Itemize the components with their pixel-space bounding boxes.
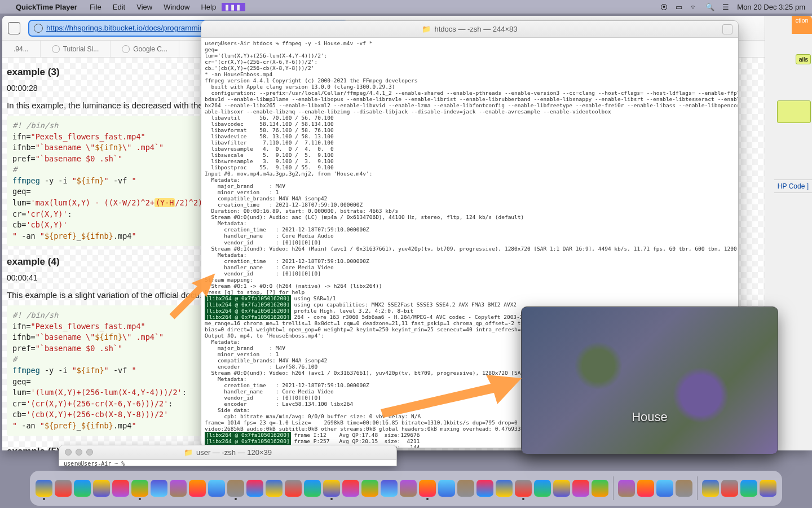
screenrec-icon[interactable]: ⦿: [660, 3, 668, 11]
control-center-icon[interactable]: ☰: [722, 3, 729, 11]
dock-firefox[interactable]: [112, 480, 129, 497]
dock-discord[interactable]: [592, 480, 608, 497]
site-globe-icon: [34, 24, 43, 33]
sidebar-corner-badge: ction: [792, 16, 812, 34]
spotlight-icon[interactable]: 🔍: [705, 3, 714, 11]
dock-mail[interactable]: [151, 480, 167, 497]
dock-system-prefs[interactable]: [400, 480, 417, 497]
dock-maps[interactable]: [170, 480, 187, 497]
dock-chrome[interactable]: [93, 480, 110, 497]
app-name[interactable]: QuickTime Player: [16, 3, 84, 11]
dock-filezilla[interactable]: [476, 480, 493, 497]
dock-notes[interactable]: [285, 480, 302, 497]
folder-icon: 📁: [422, 25, 431, 33]
dock-books[interactable]: [721, 480, 738, 497]
dock-terminal[interactable]: [419, 480, 436, 497]
terminal-window-small[interactable]: 📁 user — -zsh — 120×39 user@Users-Air ~ …: [59, 445, 397, 466]
terminal-big-titlebar[interactable]: 📁 htdocs — -zsh — 244×83: [201, 21, 738, 38]
dock-safari[interactable]: [74, 480, 91, 497]
favicon-icon: [122, 45, 130, 53]
dock-photos[interactable]: [189, 480, 206, 497]
minimize-icon[interactable]: [76, 449, 82, 456]
dock-slack[interactable]: [572, 480, 589, 497]
dock-numbers[interactable]: [534, 480, 551, 497]
menu-view[interactable]: View: [131, 3, 158, 11]
dock-podcasts[interactable]: [342, 480, 359, 497]
menu-help[interactable]: Help: [195, 3, 222, 11]
dock-pages[interactable]: [515, 480, 532, 497]
terminal-big-title: htdocs — -zsh — 244×83: [434, 25, 517, 33]
sidebar-chip2: [777, 100, 811, 123]
folder-icon: 📁: [184, 448, 193, 457]
dock-qtplayer[interactable]: [676, 480, 692, 497]
dock-safari-tech[interactable]: [381, 480, 398, 497]
dock-appstore[interactable]: [361, 480, 378, 497]
menu-file[interactable]: File: [84, 3, 107, 11]
menubar-clock[interactable]: Mon 20 Dec 3:25 pm: [737, 3, 805, 11]
sidebar-chip: ails: [796, 54, 811, 64]
favicon-icon: [52, 45, 60, 53]
dock-vscode[interactable]: [438, 480, 455, 497]
battery-icon[interactable]: ▭: [676, 3, 682, 11]
terminal-small-titlebar[interactable]: 📁 user — -zsh — 120×39: [59, 445, 396, 460]
dock-calendar[interactable]: [227, 480, 244, 497]
dock-messages[interactable]: [131, 480, 148, 497]
dock-xcode[interactable]: [457, 480, 474, 497]
dock-contacts[interactable]: [246, 480, 263, 497]
browser-tab[interactable]: Google C...: [111, 41, 179, 57]
close-icon[interactable]: [65, 449, 72, 456]
wifi-icon[interactable]: ᯤ: [690, 3, 698, 11]
dock-ffmpeg[interactable]: [656, 480, 673, 497]
dock-separator: [613, 476, 614, 500]
dock-tv[interactable]: [304, 480, 321, 497]
quicktime-preview-window[interactable]: House: [521, 306, 778, 454]
browser-tab[interactable]: Tutorial Sl...: [41, 41, 111, 57]
terminal-small-title: user — -zsh — 120×39: [196, 448, 272, 457]
dock-facetime[interactable]: [208, 480, 225, 497]
preview-title: House: [632, 410, 668, 424]
window-traffic-lights[interactable]: [65, 449, 93, 456]
dock-brackets[interactable]: [496, 480, 513, 497]
dock-reminders[interactable]: [266, 480, 283, 497]
dock: [30, 471, 782, 506]
titlebar-overflow-icon[interactable]: [722, 24, 732, 34]
dock-finder[interactable]: [36, 480, 52, 497]
browser-tab[interactable]: .94...: [2, 41, 41, 57]
dock-separator: [697, 476, 698, 500]
terminal-small-line: user@Users-Air ~ %: [59, 460, 396, 466]
dock-downloads[interactable]: [702, 480, 719, 497]
menu-edit[interactable]: Edit: [107, 3, 131, 11]
dock-edge[interactable]: [637, 480, 654, 497]
dock-launchpad[interactable]: [55, 480, 72, 497]
dock-chrome2[interactable]: [618, 480, 635, 497]
dock-music[interactable]: [323, 480, 340, 497]
menubar-recording-indicator: ▮▮▮: [222, 3, 245, 11]
dock-keynote[interactable]: [553, 480, 570, 497]
tracking-shield-icon[interactable]: [8, 22, 20, 34]
zoom-icon[interactable]: [86, 449, 93, 456]
menubar: QuickTime Player File Edit View Window H…: [0, 0, 812, 14]
dock-docs[interactable]: [740, 480, 757, 497]
dock-trash[interactable]: [760, 480, 776, 497]
menu-window[interactable]: Window: [158, 3, 195, 11]
sidebar-php-link[interactable]: HP Code ]: [774, 179, 812, 193]
